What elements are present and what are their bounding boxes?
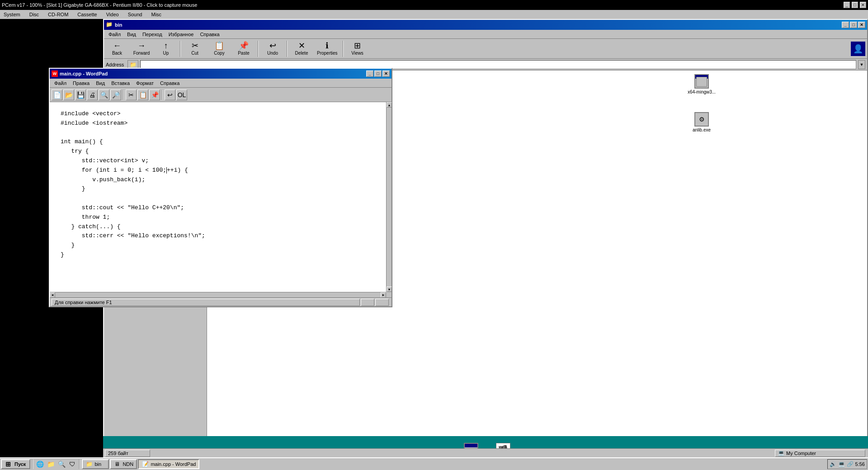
file-icon-folder-2 [694, 74, 709, 89]
pcem-menu-sound[interactable]: Sound [126, 11, 144, 18]
file-name-2: x64-mingw3... [688, 89, 716, 94]
wordpad-scrollbar-v[interactable]: ▲ ▼ [386, 102, 392, 292]
wordpad-title: main.cpp - WordPad [60, 71, 108, 76]
wp-cut-btn[interactable]: ✂ [126, 89, 137, 100]
wp-open-btn[interactable]: 📂 [63, 89, 74, 100]
wordpad-menu-file[interactable]: Файл [52, 80, 69, 86]
wordpad-status-pos1 [361, 299, 374, 306]
file-item-2[interactable]: x64-mingw3... [538, 72, 865, 108]
forward-label: Forward [133, 51, 150, 56]
taskbar-btn-ndn[interactable]: 🖥 NDN [110, 459, 137, 469]
explorer-menu-file[interactable]: Файл [106, 31, 123, 38]
wordpad-app-icon: W [52, 70, 58, 77]
explorer-menu-help[interactable]: Справка [197, 31, 222, 38]
wordpad-title-buttons: _ □ ✕ [366, 70, 390, 77]
wordpad-minimize-btn[interactable]: _ [366, 70, 373, 77]
wp-new-btn[interactable]: 📄 [52, 89, 62, 100]
wp-paste-btn[interactable]: 📌 [149, 89, 160, 100]
wordpad-scrollbar-h[interactable]: ◄ ► [50, 292, 386, 297]
explorer-menu-view[interactable]: Вид [124, 31, 139, 38]
undo-button[interactable]: ↩ Undo [261, 40, 284, 57]
wp-sep-1 [123, 90, 124, 100]
wordpad-menu-insert[interactable]: Вставка [108, 80, 132, 86]
pcem-menu-system[interactable]: System [2, 11, 22, 18]
cut-icon: ✂ [192, 42, 198, 50]
desktop: 📁 bin _ □ ✕ Файл Вид Переход Избранное С… [0, 19, 868, 470]
up-button[interactable]: ↑ Up [155, 40, 177, 57]
pcem-menu-disc[interactable]: Disc [28, 11, 41, 18]
scroll-right-btn[interactable]: ► [381, 292, 386, 298]
wordpad-close-btn[interactable]: ✕ [382, 70, 390, 77]
folder-icon: 📁 [106, 21, 113, 28]
scroll-down-btn[interactable]: ▼ [387, 287, 392, 292]
pcem-menu-misc[interactable]: Misc [149, 11, 163, 18]
pcem-menu-cassette[interactable]: Cassette [75, 11, 99, 18]
scroll-left-btn[interactable]: ◄ [50, 292, 55, 298]
pcem-minimize-btn[interactable]: _ [844, 2, 850, 8]
clock: 5:56 [855, 461, 865, 467]
scroll-thumb-h[interactable] [55, 292, 381, 298]
wp-printpreview-btn[interactable]: 🔍 [99, 89, 109, 100]
pcem-menu-cdrom[interactable]: CD-ROM [46, 11, 70, 18]
wordpad-titlebar: W main.cpp - WordPad _ □ ✕ [50, 69, 392, 79]
mycomputer-icon: 💻 [778, 450, 784, 456]
ql-shield-btn[interactable]: 🛡 [67, 459, 77, 469]
wordpad-menu-view[interactable]: Вид [93, 80, 108, 86]
wp-print-btn[interactable]: 🖨 [87, 89, 98, 100]
ql-browser-btn[interactable]: 🌐 [35, 459, 45, 469]
scroll-up-btn[interactable]: ▲ [387, 102, 392, 108]
wordpad-menu-help[interactable]: Справка [157, 80, 182, 86]
taskbar-btn-wordpad[interactable]: 📝 main.cpp - WordPad [138, 459, 199, 469]
pcem-menubar: System Disc CD-ROM Cassette Video Sound … [0, 10, 868, 19]
wp-find-btn[interactable]: 🔎 [110, 89, 121, 100]
ql-folder-btn[interactable]: 📁 [46, 459, 56, 469]
views-label: Views [351, 51, 363, 56]
address-dropdown-btn[interactable]: ▼ [858, 60, 865, 69]
wordpad-status-pos2 [375, 299, 389, 306]
wordpad-window-icon: 📝 [142, 461, 149, 468]
properties-label: Properties [317, 51, 338, 56]
tray-icon-2: 💻 [838, 461, 845, 467]
toolbar-sep-4 [343, 41, 344, 57]
explorer-maximize-btn[interactable]: □ [850, 22, 857, 28]
wordpad-menu-edit[interactable]: Правка [70, 80, 92, 86]
file-item-4[interactable]: ⚙ anlib.exe [538, 110, 865, 146]
explorer-menu-favorites[interactable]: Избранное [166, 31, 197, 38]
cut-button[interactable]: ✂ Cut [184, 40, 206, 57]
back-button[interactable]: ← Back [106, 40, 128, 57]
wp-save-btn[interactable]: 💾 [75, 89, 86, 100]
wordpad-statusbar: Для справки нажмите F1 [50, 297, 392, 306]
delete-button[interactable]: ✕ Delete [290, 40, 313, 57]
properties-button[interactable]: ℹ Properties [315, 40, 340, 57]
explorer-menu-go[interactable]: Переход [140, 31, 165, 38]
back-label: Back [112, 51, 122, 56]
wp-copy-btn[interactable]: 📋 [137, 89, 148, 100]
paste-button[interactable]: 📌 Paste [232, 40, 255, 57]
file-name-4: anlib.exe [693, 127, 711, 132]
views-button[interactable]: ⊞ Views [346, 40, 369, 57]
wordpad-status-hint: Для справки нажмите F1 [52, 299, 360, 306]
wordpad-menu-format[interactable]: Формат [133, 80, 156, 86]
wordpad-content[interactable]: #include <vector> #include <iostream> in… [50, 102, 386, 292]
bin-window-label: bin [94, 461, 101, 467]
wordpad-maximize-btn[interactable]: □ [374, 70, 382, 77]
paste-icon: 📌 [239, 42, 249, 50]
copy-button[interactable]: 📋 Copy [208, 40, 231, 57]
pcem-titlebar: PCem v17 - 100% - [Slot 1] Gigabyte GA-6… [0, 0, 868, 10]
tray-icon-1: 🔊 [830, 461, 836, 467]
pcem-menu-video[interactable]: Video [104, 11, 121, 18]
ql-search-btn[interactable]: 🔍 [57, 459, 66, 469]
cut-label: Cut [191, 51, 198, 56]
forward-button[interactable]: → Forward [130, 40, 153, 57]
taskbar-btn-bin[interactable]: 📁 bin [82, 459, 109, 469]
pcem-restore-btn[interactable]: □ [852, 2, 858, 8]
copy-icon: 📋 [214, 42, 224, 50]
wp-undo-btn[interactable]: ↩ [165, 89, 175, 100]
start-button[interactable]: ⊞ Пуск [1, 459, 30, 469]
explorer-close-btn[interactable]: ✕ [858, 22, 865, 28]
pcem-close-btn[interactable]: ✕ [860, 2, 866, 8]
wp-object-btn[interactable]: OL [176, 89, 187, 100]
explorer-title: bin [115, 22, 123, 28]
explorer-minimize-btn[interactable]: _ [842, 22, 849, 28]
system-tray: 🔊 💻 🔗 5:56 [827, 459, 867, 469]
